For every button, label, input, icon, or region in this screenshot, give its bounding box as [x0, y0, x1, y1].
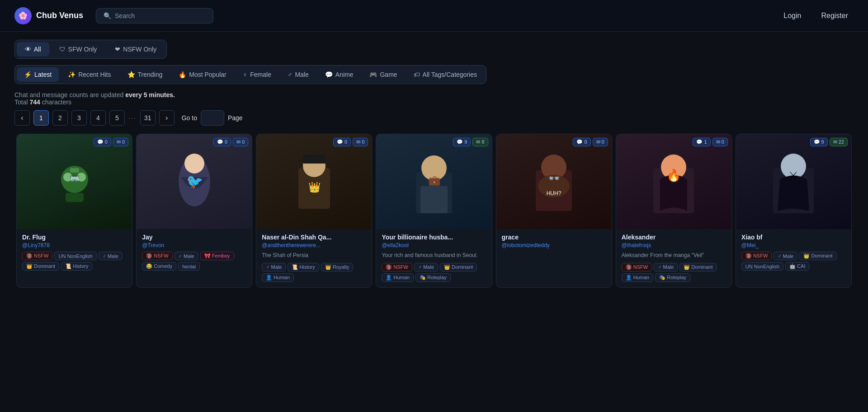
msg-badge: ✉ 0	[593, 138, 608, 146]
svg-text:👑: 👑	[308, 181, 321, 193]
svg-rect-15	[420, 186, 448, 213]
card-author: @Trevon	[142, 242, 246, 248]
page-last-button[interactable]: 31	[140, 110, 156, 126]
card-author: @ella2kool	[382, 242, 486, 248]
chat-badge: 💬 0	[94, 138, 111, 146]
tag-all-tags[interactable]: 🏷 All Tags/Categories	[406, 67, 484, 82]
card-author: @Ihatefroqs	[622, 242, 726, 248]
card-desc: The Shah of Persia	[262, 252, 366, 259]
chat-badge: 💬 0	[213, 138, 231, 146]
card-body: Dr. Flug @Liny7878 🔞 NSFW UN NonEnglish …	[17, 229, 132, 276]
tag-male: ♂ Male	[99, 252, 123, 260]
tag-female[interactable]: ♀ Female	[236, 67, 278, 82]
tag-dominant: 👑 Dominant	[679, 263, 717, 272]
logo-avatar: 🌸	[14, 7, 32, 24]
card-desc: Your rich and famous husband in Seoul.	[382, 252, 486, 259]
tag-nsfw: 🔞 NSFW	[741, 252, 772, 260]
search-bar[interactable]: 🔍 Search	[96, 8, 213, 23]
card-author: @Liny7878	[22, 242, 127, 248]
svg-rect-11	[303, 154, 326, 164]
filter-section: 👁 All 🛡 SFW Only ❤ NSFW Only ⚡ Latest ✨ …	[0, 32, 868, 84]
tag-most-popular[interactable]: 🔥 Most Popular	[171, 67, 233, 82]
next-page-button[interactable]: ›	[159, 110, 175, 126]
msg-badge: ✉ 22	[830, 138, 848, 146]
tag-game[interactable]: 🎮 Game	[362, 67, 404, 82]
info-bar: Chat and message counts are updated ever…	[0, 84, 868, 110]
header-right: Login Register	[778, 9, 854, 23]
msg-badge: ✉ 0	[113, 138, 128, 146]
card-tags: 🔞 NSFW UN NonEnglish ♂ Male 👑 Dominant 📜…	[22, 252, 127, 271]
tag-anime[interactable]: 💬 Anime	[318, 67, 361, 82]
content-filter-row: 👁 All 🛡 SFW Only ❤ NSFW Only	[14, 40, 167, 59]
tag-filter-row: ⚡ Latest ✨ Recent Hits ⭐ Trending 🔥 Most…	[14, 65, 486, 84]
tag-male[interactable]: ♂ Male	[280, 67, 316, 82]
page-1-button[interactable]: 1	[33, 110, 49, 126]
tag-latest[interactable]: ⚡ Latest	[17, 67, 59, 82]
header-left: 🌸 Chub Venus 🔍 Search	[14, 7, 213, 24]
page-4-button[interactable]: 4	[90, 110, 106, 126]
card-badge-row: 💬 0 ✉ 0	[573, 138, 608, 146]
cards-grid: 💬 0 ✉ 0 🥽 Dr. Flug @Liny7878 🔞 NSFW UN N…	[0, 132, 868, 290]
pagination: ‹ 1 2 3 4 5 ··· 31 › Go to Page	[0, 110, 868, 132]
card-billionaire[interactable]: 💬 9 ✉ 8 💼 Your billionaire husba... @ell…	[376, 134, 492, 288]
filter-sfw[interactable]: 🛡 SFW Only	[51, 42, 105, 56]
logo[interactable]: 🌸 Chub Venus	[14, 7, 83, 24]
svg-rect-1	[66, 193, 84, 202]
card-name: Your billionaire husba...	[382, 234, 486, 241]
tag-human: 👤 Human	[262, 273, 294, 282]
card-author: @lobotomizedteddy	[502, 242, 606, 248]
tag-male: ♂ Male	[262, 263, 286, 272]
goto-section: Go to Page	[182, 110, 243, 126]
tag-male: ♂ Male	[654, 263, 678, 272]
card-name: Xiao bf	[741, 234, 846, 241]
card-image: 👑	[256, 134, 372, 229]
card-badge-row: 💬 1 ✉ 0	[693, 138, 727, 146]
tag-nonenglish: UN NonEnglish	[54, 252, 96, 260]
card-xiao[interactable]: 💬 9 ✉ 22 ⚔ Xiao bf @Mei_ 🔞 NSFW ♂ Male 👑…	[736, 134, 852, 288]
card-tags: 🔞 NSFW ♂ Male 🎀 Femboy 😂 Comedy hentai	[142, 252, 246, 271]
page-5-button[interactable]: 5	[109, 110, 125, 126]
tag-history: 📜 History	[61, 262, 92, 271]
logo-text: Chub Venus	[36, 11, 83, 20]
card-image: 👓 HUH?	[496, 134, 612, 229]
tag-dominant: 👑 Dominant	[799, 252, 836, 260]
tag-human: 👤 Human	[622, 273, 654, 282]
page-2-button[interactable]: 2	[52, 110, 68, 126]
tag-male: ♂ Male	[414, 263, 438, 272]
page-ellipsis: ···	[128, 114, 137, 122]
svg-point-7	[184, 154, 204, 173]
card-image: 🐦	[137, 134, 252, 229]
svg-text:🥽: 🥽	[70, 173, 80, 183]
card-name: Aleksander	[622, 234, 726, 241]
svg-text:⚔: ⚔	[788, 169, 798, 182]
login-button[interactable]: Login	[778, 9, 807, 23]
svg-text:🔥: 🔥	[666, 168, 681, 183]
tag-nsfw: 🔞 NSFW	[382, 263, 412, 272]
card-jay[interactable]: 💬 0 ✉ 0 🐦 Jay @Trevon 🔞 NSFW ♂ Male 🎀 Fe…	[136, 134, 252, 288]
register-button[interactable]: Register	[816, 9, 854, 23]
svg-text:HUH?: HUH?	[547, 190, 561, 197]
tag-nsfw: 🔞 NSFW	[622, 263, 652, 272]
card-badge-row: 💬 0 ✉ 0	[213, 138, 248, 146]
msg-badge: ✉ 8	[472, 138, 488, 146]
card-dr-flug[interactable]: 💬 0 ✉ 0 🥽 Dr. Flug @Liny7878 🔞 NSFW UN N…	[16, 134, 132, 288]
filter-all[interactable]: 👁 All	[17, 42, 49, 56]
goto-input[interactable]	[201, 110, 224, 126]
svg-text:👓: 👓	[548, 172, 561, 184]
page-3-button[interactable]: 3	[71, 110, 87, 126]
card-image: ⚔	[736, 134, 851, 229]
filter-nsfw[interactable]: ❤ NSFW Only	[107, 42, 165, 56]
tag-history: 📜 History	[288, 263, 319, 272]
card-badge-row: 💬 9 ✉ 22	[810, 138, 848, 146]
card-desc: Aleksander From the manga "Veil"	[622, 252, 726, 259]
search-label: Search	[115, 12, 135, 19]
chat-badge: 💬 9	[453, 138, 471, 146]
card-image: 🔥	[616, 134, 731, 229]
tag-trending[interactable]: ⭐ Trending	[120, 67, 170, 82]
tag-recent-hits[interactable]: ✨ Recent Hits	[61, 67, 118, 82]
prev-page-button[interactable]: ‹	[14, 110, 30, 126]
msg-badge: ✉ 0	[353, 138, 368, 146]
card-grace[interactable]: 💬 0 ✉ 0 👓 HUH? grace @lobotomizedteddy	[496, 134, 612, 288]
card-aleksander[interactable]: 💬 1 ✉ 0 🔥 Aleksander @Ihatefroqs Aleksan…	[616, 134, 732, 288]
card-naser[interactable]: 💬 0 ✉ 0 👑 Naser al-Din Shah Qa... @andth…	[256, 134, 372, 288]
